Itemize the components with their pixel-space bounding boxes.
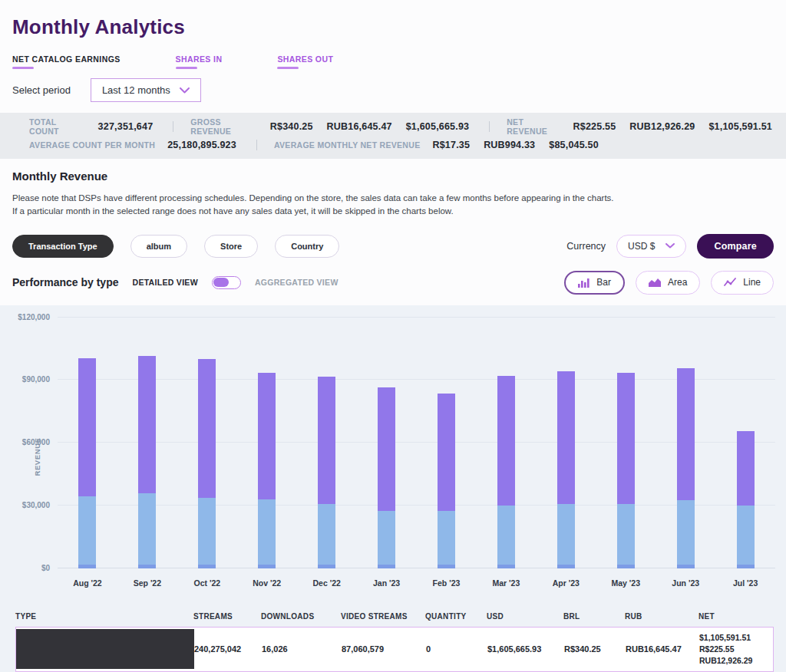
bar-segment-downloads bbox=[138, 565, 156, 568]
stats-bar: TOTAL COUNT327,351,647GROSS REVENUER$340… bbox=[0, 113, 786, 159]
x-tick-label: Jan '23 bbox=[357, 578, 417, 588]
net-line: RUB12,926.29 bbox=[699, 655, 768, 667]
stat-value: 25,180,895.923 bbox=[167, 140, 236, 150]
area-chart-icon bbox=[649, 278, 661, 287]
cell-quantity: 0 bbox=[426, 640, 487, 658]
cell-brl: R$340.25 bbox=[564, 640, 626, 658]
stat-value: R$340.25 bbox=[270, 121, 313, 132]
revenue-table: TYPESTREAMSDOWNLOADSVIDEO STREAMSQUANTIT… bbox=[0, 597, 786, 672]
filter-pill-transaction-type[interactable]: Transaction Type bbox=[12, 235, 114, 258]
filter-pills: Transaction TypealbumStoreCountry bbox=[12, 235, 339, 258]
bar-segment-downloads bbox=[677, 565, 695, 568]
stat-value: RUB16,645.47 bbox=[327, 121, 392, 132]
bar-segment-music-streams bbox=[557, 371, 575, 504]
stat-label: GROSS REVENUE bbox=[190, 117, 257, 136]
currency-label: Currency bbox=[566, 241, 606, 252]
bar-segment-downloads bbox=[378, 565, 395, 568]
chart-type-buttons: Bar Area Line bbox=[564, 271, 774, 295]
stat-value: $1,105,591.51 bbox=[708, 121, 772, 132]
stacked-bar bbox=[258, 373, 276, 568]
bar-segment-video-streams bbox=[78, 496, 96, 565]
x-tick-label: Apr '23 bbox=[536, 578, 596, 588]
stacked-bar bbox=[497, 376, 515, 568]
bar-segment-music-streams bbox=[737, 431, 755, 506]
chart-column bbox=[237, 318, 297, 568]
tabs: NET CATALOG EARNINGS SHARES IN SHARES OU… bbox=[12, 54, 774, 69]
line-chart-button[interactable]: Line bbox=[711, 271, 774, 295]
table-row: 240,275,04216,02687,060,5790$1,605,665.9… bbox=[15, 627, 774, 672]
bar-segment-music-streams bbox=[318, 377, 335, 504]
section-title: Monthly Revenue bbox=[12, 170, 774, 183]
page-title: Monthly Analytics bbox=[12, 15, 774, 39]
currency-select[interactable]: USD $ bbox=[616, 235, 686, 258]
stats-row-1: TOTAL COUNT327,351,647GROSS REVENUER$340… bbox=[29, 117, 786, 136]
stats-divider bbox=[256, 140, 257, 150]
bar-chart-button[interactable]: Bar bbox=[564, 271, 625, 295]
stat-label: AVERAGE COUNT PER MONTH bbox=[29, 140, 155, 150]
stat-group: GROSS REVENUER$340.25RUB16,645.47$1,605,… bbox=[190, 117, 483, 136]
filter-pill-album[interactable]: album bbox=[130, 235, 187, 258]
net-line: $1,105,591.51 bbox=[699, 632, 768, 644]
bar-segment-music-streams bbox=[438, 394, 455, 511]
compare-button[interactable]: Compare bbox=[697, 234, 774, 259]
currency-controls: Currency USD $ Compare bbox=[566, 234, 774, 259]
tab-net-catalog-earnings[interactable]: NET CATALOG EARNINGS bbox=[12, 54, 121, 69]
column-header: DOWNLOADS bbox=[261, 612, 341, 621]
bar-chart-icon bbox=[578, 278, 590, 288]
bar-segment-video-streams bbox=[677, 500, 695, 565]
table-body: 240,275,04216,02687,060,5790$1,605,665.9… bbox=[15, 627, 774, 672]
period-select[interactable]: Last 12 months bbox=[91, 78, 201, 102]
cell-net: $1,105,591.51R$225.55RUB12,926.29 bbox=[699, 628, 773, 672]
tab-shares-in[interactable]: SHARES IN bbox=[176, 54, 223, 69]
bar-segment-video-streams bbox=[198, 498, 216, 565]
bar-segment-music-streams bbox=[617, 373, 635, 505]
chart-column bbox=[536, 318, 596, 568]
note-line-1: Please note that DSPs have different pro… bbox=[12, 192, 774, 205]
cell-streams: 240,275,042 bbox=[194, 640, 262, 658]
column-header: STREAMS bbox=[193, 612, 261, 621]
column-header: TYPE bbox=[15, 612, 193, 621]
stat-value: $85,045.50 bbox=[549, 140, 599, 150]
x-tick-label: May '23 bbox=[596, 578, 656, 588]
bar-segment-music-streams bbox=[198, 359, 216, 498]
bar-segment-video-streams bbox=[438, 511, 455, 565]
cell-rub: RUB16,645.47 bbox=[626, 640, 699, 658]
stacked-bar bbox=[677, 368, 695, 568]
monthly-analytics-page: Monthly Analytics NET CATALOG EARNINGS S… bbox=[0, 0, 786, 672]
column-header: VIDEO STREAMS bbox=[341, 612, 425, 621]
x-tick-label: Jul '23 bbox=[715, 578, 775, 588]
y-tick-label: $120,000 bbox=[18, 312, 50, 321]
stats-row-2: AVERAGE COUNT PER MONTH25,180,895.923AVE… bbox=[29, 136, 786, 154]
stat-group: AVERAGE COUNT PER MONTH25,180,895.923 bbox=[29, 140, 250, 150]
bar-segment-video-streams bbox=[378, 511, 395, 565]
bar-segment-downloads bbox=[497, 565, 515, 568]
cell-usd: $1,605,665.93 bbox=[487, 640, 564, 658]
note-line-2: If a particular month in the selected ra… bbox=[12, 205, 774, 218]
stacked-bar bbox=[138, 356, 156, 568]
stacked-bar bbox=[737, 431, 755, 568]
detailed-view-label: DETAILED VIEW bbox=[133, 278, 198, 287]
chart-panel: REVENUE $0$30,000$60,000$90,000$120,000 … bbox=[0, 305, 786, 597]
area-chart-button[interactable]: Area bbox=[636, 271, 700, 295]
stacked-bar bbox=[78, 358, 96, 568]
stacked-bar bbox=[438, 394, 455, 568]
chart-column bbox=[656, 318, 715, 568]
stats-divider bbox=[489, 121, 490, 132]
tab-shares-out[interactable]: SHARES OUT bbox=[277, 54, 333, 69]
column-header: NET bbox=[698, 612, 774, 621]
column-header: QUANTITY bbox=[425, 612, 487, 621]
bar-segment-video-streams bbox=[258, 499, 276, 565]
chart-column bbox=[177, 318, 237, 568]
filter-pill-store[interactable]: Store bbox=[204, 235, 258, 258]
bar-segment-downloads bbox=[258, 565, 276, 568]
filter-pill-country[interactable]: Country bbox=[275, 235, 339, 258]
stacked-bar bbox=[318, 377, 335, 568]
stacked-bar bbox=[617, 373, 635, 568]
bar-segment-music-streams bbox=[677, 368, 695, 500]
bar-segment-video-streams bbox=[737, 506, 755, 565]
x-tick-label: Mar '23 bbox=[476, 578, 536, 588]
view-toggle[interactable] bbox=[212, 276, 241, 289]
bar-segment-downloads bbox=[557, 565, 575, 568]
y-tick-label: $60,000 bbox=[22, 438, 50, 446]
cell-video_streams: 87,060,579 bbox=[342, 640, 426, 658]
